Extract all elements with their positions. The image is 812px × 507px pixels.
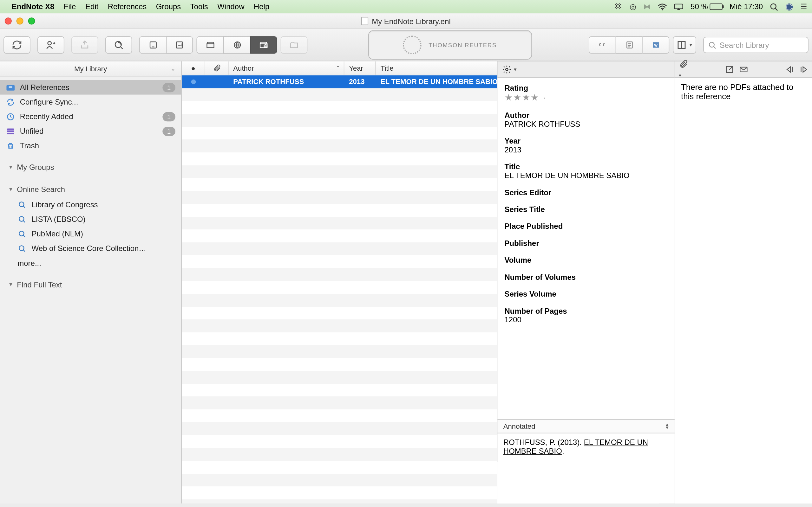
layout-button[interactable]: ▾ bbox=[673, 36, 696, 54]
import-export-group bbox=[139, 36, 193, 54]
detail-field[interactable]: Number of Volumes bbox=[505, 273, 668, 282]
menu-help[interactable]: Help bbox=[254, 2, 269, 11]
maximize-button[interactable] bbox=[28, 17, 35, 24]
new-reference-button[interactable] bbox=[139, 36, 166, 54]
notification-icon[interactable]: ☰ bbox=[800, 2, 807, 11]
share-button[interactable] bbox=[38, 36, 64, 54]
field-label: Volume bbox=[505, 256, 668, 265]
reference-rows: PATRICK ROTHFUSS 2013 EL TEMOR DE UN HOM… bbox=[182, 75, 497, 504]
reference-row[interactable]: PATRICK ROTHFUSS 2013 EL TEMOR DE UN HOM… bbox=[182, 75, 497, 89]
column-title[interactable]: Title bbox=[376, 61, 497, 75]
pdf-pane: ▾ There are no PDFs attached to this ref… bbox=[675, 61, 812, 504]
menu-edit[interactable]: Edit bbox=[85, 2, 98, 11]
svg-rect-1 bbox=[675, 4, 683, 9]
detail-field[interactable]: Place Published bbox=[505, 222, 668, 231]
svg-rect-20 bbox=[9, 86, 12, 88]
cloud-icon[interactable]: ◎ bbox=[629, 2, 636, 11]
style-select[interactable]: Annotated ▴▾ bbox=[497, 419, 674, 433]
sidebar-item-all-references[interactable]: All References 1 bbox=[0, 80, 181, 95]
svg-point-25 bbox=[19, 202, 24, 206]
sidebar-item-trash[interactable]: Trash bbox=[0, 138, 181, 153]
detail-field[interactable]: Year2013 bbox=[505, 136, 668, 154]
search-icon bbox=[709, 41, 716, 49]
read-status-dot bbox=[182, 75, 205, 89]
sidebar-item-wos[interactable]: Web of Science Core Collection… bbox=[0, 241, 181, 256]
attachment-cell bbox=[205, 75, 229, 89]
online-search-button[interactable] bbox=[105, 36, 132, 54]
sidebar-item-lista[interactable]: LISTA (EBSCO) bbox=[0, 212, 181, 227]
capture-button[interactable] bbox=[71, 36, 98, 54]
wifi-icon[interactable] bbox=[658, 3, 667, 10]
sidebar-item-recently-added[interactable]: Recently Added 1 bbox=[0, 109, 181, 124]
cwyw-word-button[interactable]: W bbox=[642, 36, 669, 54]
detail-field[interactable]: Publisher bbox=[505, 239, 668, 248]
export-button[interactable] bbox=[166, 36, 193, 54]
svg-point-28 bbox=[19, 245, 24, 250]
count-badge: 1 bbox=[162, 83, 175, 92]
close-button[interactable] bbox=[5, 17, 12, 24]
sidebar-item-label: Unfiled bbox=[20, 127, 44, 135]
field-value: ★★★★ · bbox=[505, 92, 668, 103]
sidebar-item-configure-sync[interactable]: Configure Sync... bbox=[0, 95, 181, 109]
detail-field[interactable]: AuthorPATRICK ROTHFUSS bbox=[505, 111, 668, 128]
online-mode-button[interactable] bbox=[223, 36, 250, 54]
local-mode-button[interactable] bbox=[196, 36, 223, 54]
sidebar-item-loc[interactable]: Library of Congress bbox=[0, 198, 181, 212]
dropbox-icon[interactable] bbox=[614, 3, 623, 11]
menu-window[interactable]: Window bbox=[217, 2, 244, 11]
detail-field[interactable]: Number of Pages1200 bbox=[505, 307, 668, 324]
sidebar-item-more[interactable]: more... bbox=[0, 256, 181, 270]
column-read-status[interactable]: ● bbox=[182, 61, 205, 75]
sidebar-header[interactable]: My Library ⌄ bbox=[0, 61, 181, 77]
attach-icon[interactable]: ▾ bbox=[679, 59, 688, 79]
minimize-button[interactable] bbox=[16, 17, 23, 24]
open-pdf-icon[interactable] bbox=[725, 65, 734, 74]
clock[interactable]: Mié 17:30 bbox=[729, 2, 763, 11]
battery-indicator[interactable]: 50 % bbox=[691, 2, 722, 11]
column-attachment[interactable] bbox=[205, 61, 229, 75]
field-label: Series Title bbox=[505, 205, 668, 214]
email-icon[interactable] bbox=[739, 65, 748, 74]
menu-groups[interactable]: Groups bbox=[156, 2, 181, 11]
sidebar-section-my-groups[interactable]: ▼ My Groups bbox=[0, 159, 181, 175]
field-label: Publisher bbox=[505, 239, 668, 248]
mac-menubar: EndNote X8 File Edit References Groups T… bbox=[0, 0, 812, 13]
detail-field[interactable]: Series Volume bbox=[505, 290, 668, 298]
sync-button[interactable] bbox=[3, 36, 31, 54]
triangle-down-icon: ▼ bbox=[8, 281, 13, 287]
svg-point-0 bbox=[662, 9, 663, 10]
gear-icon[interactable] bbox=[502, 65, 511, 74]
detail-field[interactable]: TitleEL TEMOR DE UN HOMBRE SABIO bbox=[505, 162, 668, 180]
next-icon[interactable] bbox=[799, 65, 808, 74]
insert-citation-button[interactable] bbox=[589, 36, 616, 54]
svg-rect-19 bbox=[6, 85, 14, 90]
detail-field[interactable]: Volume bbox=[505, 256, 668, 265]
column-year[interactable]: Year bbox=[345, 61, 376, 75]
app-name[interactable]: EndNote X8 bbox=[12, 2, 54, 11]
sidebar-item-unfiled[interactable]: Unfiled 1 bbox=[0, 124, 181, 138]
detail-field[interactable]: Series Title bbox=[505, 205, 668, 214]
bluetooth-icon[interactable]: ⧓ bbox=[643, 2, 651, 11]
sync-icon bbox=[6, 98, 15, 106]
sidebar-section-fft[interactable]: ▼ Find Full Text bbox=[0, 276, 181, 293]
airplay-icon[interactable] bbox=[674, 3, 683, 10]
search-library-input[interactable]: Search Library bbox=[703, 37, 809, 53]
prev-icon[interactable] bbox=[785, 65, 794, 74]
field-label: Author bbox=[505, 111, 668, 120]
svg-point-27 bbox=[19, 231, 24, 235]
siri-icon[interactable] bbox=[785, 3, 793, 11]
sidebar-item-pubmed[interactable]: PubMed (NLM) bbox=[0, 227, 181, 241]
window-title: My EndNote Library.enl bbox=[361, 17, 451, 26]
menu-references[interactable]: References bbox=[108, 2, 147, 11]
sidebar-section-online-search[interactable]: ▼ Online Search bbox=[0, 181, 181, 198]
detail-field[interactable]: Series Editor bbox=[505, 188, 668, 197]
menu-file[interactable]: File bbox=[64, 2, 76, 11]
format-bib-button[interactable] bbox=[616, 36, 643, 54]
open-folder-button[interactable] bbox=[281, 36, 308, 54]
detail-field[interactable]: Rating★★★★ · bbox=[505, 83, 668, 103]
column-author[interactable]: Author bbox=[229, 61, 345, 75]
integrated-mode-button[interactable] bbox=[250, 36, 277, 54]
sidebar-item-label: Configure Sync... bbox=[20, 98, 78, 107]
spotlight-icon[interactable] bbox=[770, 3, 778, 11]
menu-tools[interactable]: Tools bbox=[190, 2, 208, 11]
